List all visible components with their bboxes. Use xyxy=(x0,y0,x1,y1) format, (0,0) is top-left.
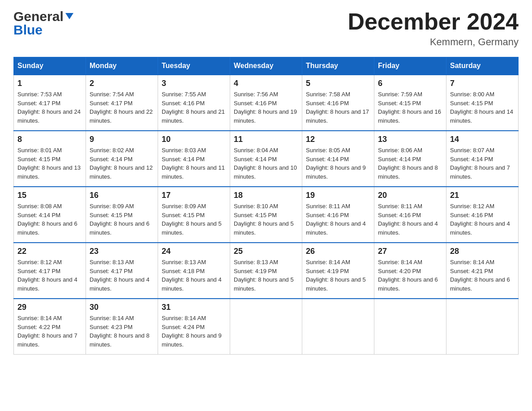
location-subtitle: Kemmern, Germany xyxy=(348,36,519,48)
table-row: 28 Sunrise: 8:14 AM Sunset: 4:21 PM Dayl… xyxy=(446,243,519,299)
day-info: Sunrise: 8:13 AM Sunset: 4:19 PM Dayligh… xyxy=(234,258,298,293)
table-row: 20 Sunrise: 8:11 AM Sunset: 4:16 PM Dayl… xyxy=(374,187,446,243)
day-number: 22 xyxy=(17,247,82,256)
calendar-week-row: 1 Sunrise: 7:53 AM Sunset: 4:17 PM Dayli… xyxy=(14,75,519,131)
month-title: December 2024 xyxy=(348,9,519,34)
table-row: 26 Sunrise: 8:14 AM Sunset: 4:19 PM Dayl… xyxy=(302,243,374,299)
page-header: General Blue December 2024 Kemmern, Germ… xyxy=(13,9,519,48)
day-number: 27 xyxy=(378,247,442,256)
day-number: 4 xyxy=(234,79,298,88)
calendar-week-row: 22 Sunrise: 8:12 AM Sunset: 4:17 PM Dayl… xyxy=(14,243,519,299)
table-row: 2 Sunrise: 7:54 AM Sunset: 4:17 PM Dayli… xyxy=(86,75,158,131)
day-number: 13 xyxy=(378,135,442,144)
day-info: Sunrise: 8:12 AM Sunset: 4:17 PM Dayligh… xyxy=(17,258,82,293)
day-number: 11 xyxy=(234,135,298,144)
day-number: 15 xyxy=(17,191,82,200)
day-info: Sunrise: 8:14 AM Sunset: 4:22 PM Dayligh… xyxy=(17,314,82,349)
header-monday: Monday xyxy=(86,57,158,75)
table-row: 24 Sunrise: 8:13 AM Sunset: 4:18 PM Dayl… xyxy=(158,243,230,299)
table-row: 11 Sunrise: 8:04 AM Sunset: 4:14 PM Dayl… xyxy=(230,131,302,187)
table-row: 9 Sunrise: 8:02 AM Sunset: 4:14 PM Dayli… xyxy=(86,131,158,187)
day-number: 2 xyxy=(90,79,154,88)
day-info: Sunrise: 7:55 AM Sunset: 4:16 PM Dayligh… xyxy=(162,90,226,125)
table-row: 10 Sunrise: 8:03 AM Sunset: 4:14 PM Dayl… xyxy=(158,131,230,187)
day-info: Sunrise: 8:10 AM Sunset: 4:15 PM Dayligh… xyxy=(234,202,298,237)
day-info: Sunrise: 8:03 AM Sunset: 4:14 PM Dayligh… xyxy=(162,146,226,181)
day-number: 24 xyxy=(162,247,226,256)
day-info: Sunrise: 7:53 AM Sunset: 4:17 PM Dayligh… xyxy=(17,90,82,125)
day-info: Sunrise: 7:58 AM Sunset: 4:16 PM Dayligh… xyxy=(306,90,370,125)
day-number: 28 xyxy=(450,247,515,256)
table-row: 1 Sunrise: 7:53 AM Sunset: 4:17 PM Dayli… xyxy=(14,75,86,131)
table-row: 12 Sunrise: 8:05 AM Sunset: 4:14 PM Dayl… xyxy=(302,131,374,187)
table-row xyxy=(302,299,374,355)
day-number: 8 xyxy=(17,135,82,144)
day-number: 3 xyxy=(162,79,226,88)
logo: General Blue xyxy=(13,9,73,38)
table-row xyxy=(374,299,446,355)
day-info: Sunrise: 7:54 AM Sunset: 4:17 PM Dayligh… xyxy=(90,90,154,125)
day-info: Sunrise: 8:13 AM Sunset: 4:18 PM Dayligh… xyxy=(162,258,226,293)
day-number: 10 xyxy=(162,135,226,144)
table-row: 17 Sunrise: 8:09 AM Sunset: 4:15 PM Dayl… xyxy=(158,187,230,243)
header-saturday: Saturday xyxy=(446,57,519,75)
table-row xyxy=(230,299,302,355)
day-info: Sunrise: 8:13 AM Sunset: 4:17 PM Dayligh… xyxy=(90,258,154,293)
day-info: Sunrise: 7:56 AM Sunset: 4:16 PM Dayligh… xyxy=(234,90,298,125)
calendar-header-row: Sunday Monday Tuesday Wednesday Thursday… xyxy=(14,57,519,75)
logo-general-text: General xyxy=(13,9,64,24)
logo-line1: General xyxy=(13,9,73,24)
day-number: 6 xyxy=(378,79,442,88)
calendar-week-row: 15 Sunrise: 8:08 AM Sunset: 4:14 PM Dayl… xyxy=(14,187,519,243)
table-row: 3 Sunrise: 7:55 AM Sunset: 4:16 PM Dayli… xyxy=(158,75,230,131)
calendar-week-row: 8 Sunrise: 8:01 AM Sunset: 4:15 PM Dayli… xyxy=(14,131,519,187)
day-number: 26 xyxy=(306,247,370,256)
day-number: 14 xyxy=(450,135,515,144)
day-info: Sunrise: 8:08 AM Sunset: 4:14 PM Dayligh… xyxy=(17,202,82,237)
day-info: Sunrise: 8:05 AM Sunset: 4:14 PM Dayligh… xyxy=(306,146,370,181)
table-row: 18 Sunrise: 8:10 AM Sunset: 4:15 PM Dayl… xyxy=(230,187,302,243)
title-section: December 2024 Kemmern, Germany xyxy=(348,9,519,48)
day-number: 20 xyxy=(378,191,442,200)
table-row: 6 Sunrise: 7:59 AM Sunset: 4:15 PM Dayli… xyxy=(374,75,446,131)
table-row: 23 Sunrise: 8:13 AM Sunset: 4:17 PM Dayl… xyxy=(86,243,158,299)
table-row: 27 Sunrise: 8:14 AM Sunset: 4:20 PM Dayl… xyxy=(374,243,446,299)
table-row: 30 Sunrise: 8:14 AM Sunset: 4:23 PM Dayl… xyxy=(86,299,158,355)
day-number: 12 xyxy=(306,135,370,144)
day-info: Sunrise: 8:02 AM Sunset: 4:14 PM Dayligh… xyxy=(90,146,154,181)
day-number: 16 xyxy=(90,191,154,200)
day-info: Sunrise: 8:00 AM Sunset: 4:15 PM Dayligh… xyxy=(450,90,515,125)
day-info: Sunrise: 8:14 AM Sunset: 4:19 PM Dayligh… xyxy=(306,258,370,293)
day-info: Sunrise: 8:12 AM Sunset: 4:16 PM Dayligh… xyxy=(450,202,515,237)
header-tuesday: Tuesday xyxy=(158,57,230,75)
day-info: Sunrise: 8:14 AM Sunset: 4:23 PM Dayligh… xyxy=(90,314,154,349)
table-row: 14 Sunrise: 8:07 AM Sunset: 4:14 PM Dayl… xyxy=(446,131,519,187)
day-info: Sunrise: 8:01 AM Sunset: 4:15 PM Dayligh… xyxy=(17,146,82,181)
table-row: 7 Sunrise: 8:00 AM Sunset: 4:15 PM Dayli… xyxy=(446,75,519,131)
day-number: 23 xyxy=(90,247,154,256)
logo-arrow-icon xyxy=(65,13,73,19)
header-wednesday: Wednesday xyxy=(230,57,302,75)
table-row: 19 Sunrise: 8:11 AM Sunset: 4:16 PM Dayl… xyxy=(302,187,374,243)
table-row: 5 Sunrise: 7:58 AM Sunset: 4:16 PM Dayli… xyxy=(302,75,374,131)
day-info: Sunrise: 8:09 AM Sunset: 4:15 PM Dayligh… xyxy=(162,202,226,237)
day-info: Sunrise: 8:11 AM Sunset: 4:16 PM Dayligh… xyxy=(378,202,442,237)
day-number: 17 xyxy=(162,191,226,200)
table-row: 21 Sunrise: 8:12 AM Sunset: 4:16 PM Dayl… xyxy=(446,187,519,243)
day-info: Sunrise: 8:04 AM Sunset: 4:14 PM Dayligh… xyxy=(234,146,298,181)
calendar-week-row: 29 Sunrise: 8:14 AM Sunset: 4:22 PM Dayl… xyxy=(14,299,519,355)
day-number: 30 xyxy=(90,303,154,312)
table-row: 25 Sunrise: 8:13 AM Sunset: 4:19 PM Dayl… xyxy=(230,243,302,299)
day-number: 9 xyxy=(90,135,154,144)
logo-blue-text: Blue xyxy=(13,22,43,38)
day-number: 18 xyxy=(234,191,298,200)
table-row: 29 Sunrise: 8:14 AM Sunset: 4:22 PM Dayl… xyxy=(14,299,86,355)
calendar-table: Sunday Monday Tuesday Wednesday Thursday… xyxy=(13,57,519,355)
day-number: 21 xyxy=(450,191,515,200)
day-info: Sunrise: 8:06 AM Sunset: 4:14 PM Dayligh… xyxy=(378,146,442,181)
day-number: 31 xyxy=(162,303,226,312)
table-row: 8 Sunrise: 8:01 AM Sunset: 4:15 PM Dayli… xyxy=(14,131,86,187)
table-row: 31 Sunrise: 8:14 AM Sunset: 4:24 PM Dayl… xyxy=(158,299,230,355)
day-info: Sunrise: 8:09 AM Sunset: 4:15 PM Dayligh… xyxy=(90,202,154,237)
day-info: Sunrise: 8:07 AM Sunset: 4:14 PM Dayligh… xyxy=(450,146,515,181)
